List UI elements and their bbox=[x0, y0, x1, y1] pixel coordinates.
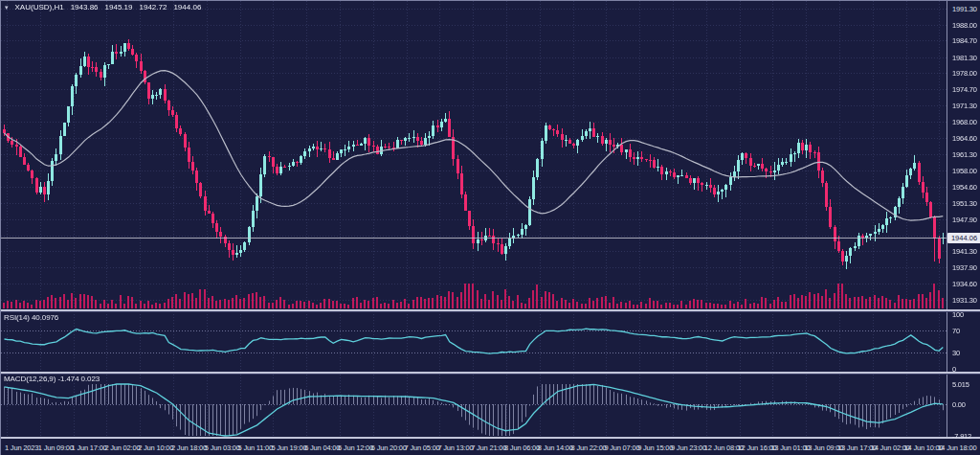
price-axis-label: 1988.00 bbox=[952, 21, 977, 30]
ohlc-low-value: 1942.72 bbox=[139, 3, 167, 11]
price-axis-label: 1978.00 bbox=[952, 69, 977, 78]
price-axis-label: 1954.60 bbox=[952, 183, 977, 192]
price-axis-label: 1964.60 bbox=[952, 134, 977, 143]
price-axis-label: 1937.90 bbox=[952, 263, 977, 272]
time-axis-label: 14 Jun 18:00 bbox=[937, 444, 976, 452]
price-axis-label: 1941.30 bbox=[952, 247, 977, 256]
time-axis-label: 7 Jun 05:00 bbox=[405, 444, 440, 452]
time-axis-label: 9 Jun 15:00 bbox=[637, 444, 673, 452]
time-axis-label: 7 Jun 21:00 bbox=[471, 444, 506, 452]
price-axis-label: 1981.30 bbox=[952, 54, 977, 62]
time-axis-label: 2 Jun 18:00 bbox=[171, 444, 207, 452]
current-price-badge: 1944.06 bbox=[947, 233, 980, 243]
rsi-axis-label: 100 bbox=[952, 310, 964, 319]
time-axis-label: 6 Jun 04:00 bbox=[304, 444, 340, 452]
symbol-timeframe-label: XAU(USD),H1 bbox=[15, 3, 64, 11]
price-axis-label: 1961.30 bbox=[952, 150, 977, 159]
ohlc-high-value: 1945.19 bbox=[105, 3, 133, 11]
price-axis-label: 1984.70 bbox=[952, 36, 977, 45]
macd-axis-label: -7.912 bbox=[952, 432, 971, 441]
time-axis-label: 1 Jun 09:00 bbox=[38, 444, 74, 452]
rsi-axis-label: 70 bbox=[952, 327, 960, 335]
price-axis-label: 1971.30 bbox=[952, 102, 977, 110]
trading-chart-window: ▾ XAU(USD),H1 1943.86 1945.19 1942.72 19… bbox=[0, 0, 980, 455]
ohlc-open-value: 1943.86 bbox=[71, 3, 99, 11]
time-axis-label: 1 Jun 2023 bbox=[5, 444, 38, 452]
rsi-axis-label: 0 bbox=[952, 365, 956, 374]
symbol-marker-icon: ▾ bbox=[5, 4, 9, 11]
time-axis-label: 5 Jun 11:00 bbox=[238, 444, 273, 452]
ohlc-close-value: 1944.06 bbox=[173, 3, 201, 11]
chart-title-bar: ▾ XAU(USD),H1 1943.86 1945.19 1942.72 19… bbox=[5, 3, 201, 11]
price-axis-label: 1947.90 bbox=[952, 216, 977, 224]
time-axis-label: 5 Jun 03:00 bbox=[205, 444, 240, 452]
price-axis-label: 1958.00 bbox=[952, 167, 977, 175]
time-axis-label: 5 Jun 19:00 bbox=[271, 444, 306, 452]
macd-indicator-label: MACD(12,26,9) -1.474 0.023 bbox=[4, 375, 100, 383]
time-axis-label: 8 Jun 06:00 bbox=[504, 444, 540, 452]
time-axis-label: 2 Jun 10:00 bbox=[138, 444, 173, 452]
rsi-indicator-label: RSI(14) 40.0976 bbox=[4, 313, 58, 322]
price-axis-label: 1934.60 bbox=[952, 280, 977, 288]
time-axis-label: 9 Jun 23:00 bbox=[671, 444, 706, 452]
time-axis-label: 9 Jun 07:00 bbox=[604, 444, 639, 452]
time-axis[interactable]: 1 Jun 20231 Jun 09:001 Jun 17:002 Jun 02… bbox=[1, 439, 980, 455]
price-axis-label: 1968.00 bbox=[952, 118, 977, 126]
price-axis-label: 1951.30 bbox=[952, 199, 977, 208]
time-axis-label: 6 Jun 20:00 bbox=[371, 444, 407, 452]
price-axis-label: 1991.30 bbox=[952, 5, 977, 13]
macd-axis-label: 0.00 bbox=[952, 400, 966, 409]
price-axis-label: 1931.30 bbox=[952, 296, 977, 305]
rsi-axis-label: 30 bbox=[952, 349, 960, 357]
panel-separator-rsi-macd[interactable] bbox=[1, 372, 980, 375]
time-axis-label: 8 Jun 22:00 bbox=[571, 444, 607, 452]
panel-separator-main-rsi[interactable] bbox=[1, 309, 980, 312]
time-axis-label: 1 Jun 17:00 bbox=[72, 444, 107, 452]
time-axis-label: 8 Jun 14:00 bbox=[538, 444, 573, 452]
time-axis-label: 2 Jun 02:00 bbox=[104, 444, 140, 452]
macd-axis-label: 5.015 bbox=[952, 380, 969, 389]
time-axis-label: 7 Jun 13:00 bbox=[437, 444, 473, 452]
price-axis-label: 1974.70 bbox=[952, 85, 977, 94]
time-axis-label: 6 Jun 12:00 bbox=[338, 444, 373, 452]
